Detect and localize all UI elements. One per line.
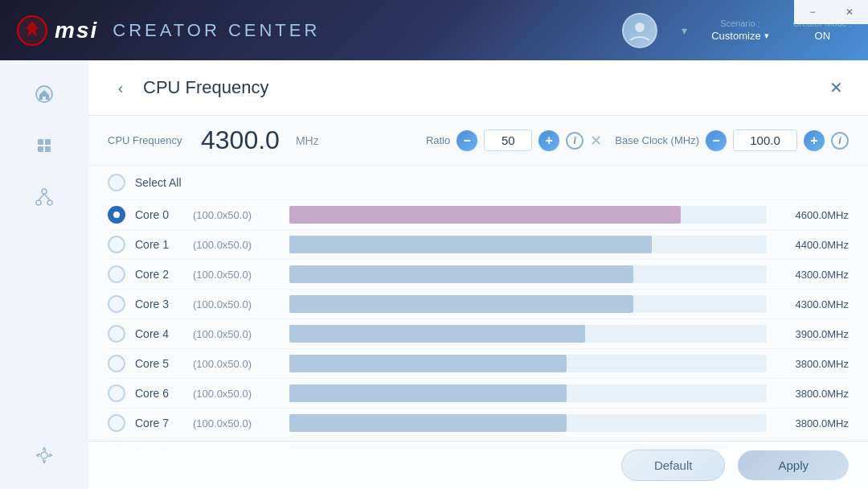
svg-point-9 (47, 200, 52, 205)
core-row-7: Core 7 (100.0x50.0) 3800.0MHz (108, 409, 849, 438)
base-clock-label: Base Clock (MHz) (615, 134, 699, 146)
scenario-value[interactable]: Customize ▾ (711, 30, 768, 42)
ratio-clear-button[interactable]: ✕ (590, 132, 602, 150)
svg-point-7 (42, 189, 47, 194)
core-4-bar (289, 325, 767, 343)
svg-rect-4 (45, 139, 51, 145)
sidebar-item-home[interactable] (27, 76, 62, 112)
core-1-freq: 4400.0MHz (776, 239, 849, 251)
core-0-name: Core 0 (135, 208, 183, 221)
svg-line-10 (39, 194, 44, 200)
back-button[interactable]: ‹ (108, 75, 133, 101)
core-0-bar (289, 206, 767, 224)
close-button[interactable]: ✕ (831, 0, 868, 24)
select-all-radio[interactable] (108, 174, 125, 191)
core-6-params: (100.0x50.0) (193, 388, 273, 400)
svg-rect-5 (38, 146, 43, 152)
base-clock-info-button[interactable]: i (831, 132, 849, 150)
core-2-radio[interactable] (108, 265, 125, 283)
ratio-plus-button[interactable]: + (538, 130, 559, 151)
msi-dragon-icon (16, 14, 48, 47)
core-5-bar (289, 355, 767, 372)
core-0-radio[interactable] (108, 206, 125, 224)
app-name: msi (55, 18, 98, 43)
core-2-name: Core 2 (135, 268, 183, 281)
main-content: ‹ CPU Frequency ✕ CPU Frequency 4300.0 M… (88, 60, 868, 489)
core-1-params: (100.0x50.0) (193, 239, 273, 251)
core-2-bar (289, 265, 767, 283)
user-icon (628, 19, 651, 42)
svg-point-1 (635, 23, 645, 32)
core-row-6: Core 6 (100.0x50.0) 3800.0MHz (108, 379, 849, 409)
core-list: Select All Core 0 (100.0x50.0) 4600.0MHz… (88, 166, 868, 450)
core-3-freq: 4300.0MHz (776, 298, 849, 310)
grid-icon (33, 134, 55, 157)
core-7-name: Core 7 (135, 417, 183, 429)
core-6-name: Core 6 (135, 387, 183, 400)
bottom-bar: Default Apply (88, 441, 868, 489)
core-5-radio[interactable] (108, 355, 125, 372)
user-dropdown-arrow[interactable]: ▾ (682, 24, 687, 37)
core-1-name: Core 1 (135, 238, 183, 251)
core-6-bar (289, 384, 767, 402)
network-icon (33, 186, 55, 208)
sidebar-item-grid[interactable] (27, 128, 62, 163)
core-1-bar (289, 236, 767, 253)
close-panel-button[interactable]: ✕ (823, 75, 849, 101)
base-clock-input[interactable] (733, 129, 797, 151)
core-row-2: Core 2 (100.0x50.0) 4300.0MHz (108, 260, 849, 290)
select-all-row: Select All (108, 166, 849, 200)
core-6-radio[interactable] (108, 384, 125, 402)
core-6-freq: 3800.0MHz (776, 388, 849, 400)
core-7-radio[interactable] (108, 414, 125, 432)
scenario-label: Scenario : (720, 18, 760, 28)
cpu-freq-label: CPU Frequency (108, 134, 188, 146)
base-clock-section: Base Clock (MHz) − + i (615, 129, 849, 151)
msi-logo: msi CREATOR CENTER (16, 14, 320, 47)
core-1-radio[interactable] (108, 236, 125, 253)
core-4-params: (100.0x50.0) (193, 328, 273, 340)
core-4-freq: 3900.0MHz (776, 328, 849, 340)
scenario-block: Scenario : Customize ▾ (711, 18, 768, 42)
core-7-bar (289, 414, 767, 432)
core-7-freq: 3800.0MHz (776, 417, 849, 429)
core-4-radio[interactable] (108, 325, 125, 343)
core-row-3: Core 3 (100.0x50.0) 4300.0MHz (108, 290, 849, 319)
core-7-params: (100.0x50.0) (193, 417, 273, 429)
default-button[interactable]: Default (621, 450, 726, 481)
cpu-freq-unit: MHz (296, 134, 319, 147)
core-row-0: Core 0 (100.0x50.0) 4600.0MHz (108, 200, 849, 230)
sidebar-item-network[interactable] (27, 179, 62, 215)
core-3-bar (289, 295, 767, 313)
base-clock-minus-button[interactable]: − (706, 130, 727, 151)
svg-line-11 (44, 194, 50, 200)
creator-mode-value: ON (815, 30, 831, 42)
core-row-5: Core 5 (100.0x50.0) 3800.0MHz (108, 349, 849, 379)
core-row-1: Core 1 (100.0x50.0) 4400.0MHz (108, 230, 849, 260)
select-all-label: Select All (135, 176, 182, 189)
core-5-name: Core 5 (135, 357, 183, 370)
title-bar-controls: − ✕ (794, 0, 868, 24)
svg-rect-6 (45, 146, 51, 152)
freq-control-bar: CPU Frequency 4300.0 MHz Ratio − + i ✕ B… (88, 116, 868, 166)
ratio-label: Ratio (426, 134, 450, 146)
ratio-input[interactable] (484, 129, 532, 151)
ratio-section: Ratio − + i ✕ (426, 129, 602, 151)
core-3-params: (100.0x50.0) (193, 298, 273, 310)
left-sidebar (0, 60, 88, 489)
core-3-radio[interactable] (108, 295, 125, 313)
core-4-name: Core 4 (135, 327, 183, 340)
ratio-info-button[interactable]: i (566, 132, 583, 150)
ratio-minus-button[interactable]: − (457, 130, 477, 151)
panel-header: ‹ CPU Frequency ✕ (88, 60, 868, 116)
sidebar-item-settings[interactable] (27, 438, 62, 473)
user-avatar[interactable] (622, 13, 657, 48)
base-clock-plus-button[interactable]: + (804, 130, 825, 151)
apply-button[interactable]: Apply (738, 450, 849, 480)
app-subtitle: CREATOR CENTER (113, 20, 320, 41)
svg-point-8 (36, 200, 41, 205)
core-2-params: (100.0x50.0) (193, 269, 273, 281)
minimize-button[interactable]: − (794, 0, 831, 24)
home-icon (33, 83, 55, 105)
core-0-params: (100.0x50.0) (193, 209, 273, 221)
